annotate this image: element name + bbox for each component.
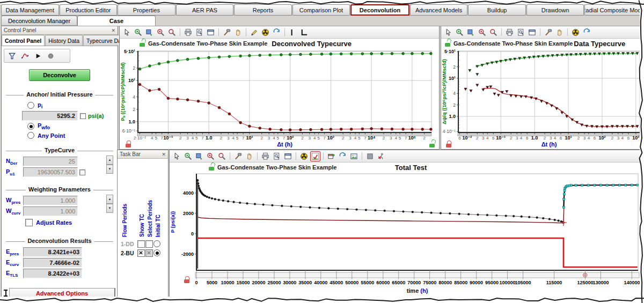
locked-icon[interactable] [125,141,132,148]
pointer-icon[interactable] [122,27,132,38]
spinner-down-icon[interactable]: ▼ [106,165,113,174]
copy-window-icon[interactable] [283,151,293,161]
select-periods-checkbox[interactable] [145,240,153,248]
typecurve-spinner[interactable]: ▲▼ [106,156,113,174]
tab-deconvolution[interactable]: Deconvolution [350,4,409,16]
zoom-in-icon[interactable] [183,151,193,161]
tab-advanced-models[interactable]: Advanced Models [410,4,468,16]
hazard-icon[interactable] [260,27,270,38]
data-typecurve-plot[interactable]: 610⁻²234610⁻¹23461.0234610¹234610²234610… [441,48,642,149]
tab-data-management[interactable]: Data Management [1,4,59,16]
derivative-curve-icon[interactable] [20,51,30,61]
tab-aer-pas[interactable]: AER PAS [176,4,234,16]
zoom-in-icon[interactable] [455,27,465,38]
unlocked-icon[interactable] [208,164,215,171]
unlocked-icon[interactable] [444,40,451,47]
show-tc-checkbox[interactable] [137,240,145,248]
run-abort-icon[interactable] [376,151,386,161]
hand-icon[interactable] [244,151,254,161]
total-test-plot[interactable]: 0500010000150002000025000300003500040000… [170,172,642,297]
zoom-extents-icon[interactable] [488,27,499,38]
zoom-window-icon[interactable] [466,27,476,38]
new-window-icon[interactable] [326,151,336,161]
copy-window-icon[interactable] [206,27,216,38]
pi-radio-row[interactable]: pi [27,101,113,109]
select-periods-checkbox[interactable]: ✕ [145,249,153,257]
spinner-up-icon[interactable]: ▲ [106,156,113,165]
tab-comparison-plot[interactable]: Comparison Plot [292,4,350,16]
pu1-checkbox[interactable] [79,169,85,175]
print-preview-icon[interactable] [516,27,526,38]
spinner-down-icon[interactable]: ▼ [106,204,113,213]
axis-vertical-icon[interactable] [288,27,298,38]
zoom-out-icon[interactable] [156,27,166,38]
tab-reports[interactable]: Reports [234,4,292,16]
print-icon[interactable] [504,27,515,38]
pi-radio[interactable] [27,102,34,109]
axis-step-icon[interactable] [299,27,309,38]
unlocked-icon[interactable] [429,141,436,148]
deconvolved-typecurve-plot[interactable]: 2·10⁻²45710⁻¹234571.02345710¹2345710²234… [120,48,438,149]
show-tc-checkbox[interactable]: ✕ [137,249,145,257]
pwfo-radio-row[interactable]: Pwfo [27,122,113,130]
print-icon[interactable] [183,27,193,38]
locked-icon[interactable] [445,141,452,148]
close-icon[interactable]: ✕ [162,152,166,157]
weighting-spinner[interactable]: ▲▼ [106,195,113,213]
wcurv-field[interactable]: 1.000 [23,206,78,216]
control-panel-tab-control-panel[interactable]: Control Panel [2,35,45,46]
zoom-window-icon[interactable] [144,27,155,38]
pointer-icon[interactable] [172,151,182,161]
print-icon[interactable] [260,151,270,161]
hazard-icon[interactable] [570,27,581,38]
sync-icon[interactable] [338,151,348,161]
close-icon[interactable]: ✕ [111,28,115,33]
adjust-rates-checkbox[interactable] [25,219,33,226]
pointer-icon[interactable] [443,27,453,38]
copy-window-icon[interactable] [527,27,537,38]
zoom-out-icon[interactable] [206,151,216,161]
pan-icon[interactable] [543,27,553,38]
locked-icon[interactable] [184,276,191,284]
print-preview-icon[interactable] [194,27,204,38]
image-export-icon[interactable] [349,151,359,161]
sync-icon[interactable] [582,27,592,38]
deconvolve-button[interactable]: Deconvolve [29,69,90,81]
zoom-extents-icon[interactable] [167,27,177,38]
any-point-radio-row[interactable]: Any Point [27,132,113,139]
pu1-field[interactable]: 19630057.503 [23,167,78,177]
nder-field[interactable]: 25 [23,157,78,166]
spinner-up-icon[interactable]: ▲ [106,195,113,204]
wpres-field[interactable]: 1.000 [23,196,78,205]
initial-tc-radio[interactable] [153,249,160,256]
zoom-out-icon[interactable] [477,27,487,38]
initial-pressure-field[interactable]: 5295.2 [22,111,78,121]
annotate-icon[interactable] [249,27,259,38]
tab-properties[interactable]: Properties [118,4,175,16]
sync-icon[interactable] [272,27,282,38]
zoom-extents-icon[interactable] [217,151,227,161]
plot-toggle-icon[interactable] [310,151,320,161]
hand-icon[interactable] [554,27,565,38]
control-panel-tab-history-data[interactable]: History Data [45,35,83,46]
zoom-window-icon[interactable] [194,151,204,161]
record-icon[interactable] [46,51,56,61]
tab-radial-composite-model[interactable]: Radial Composite Model [584,4,642,16]
pwfo-radio[interactable] [27,123,34,130]
tab-buildup[interactable]: Buildup [468,4,526,16]
hazard-icon[interactable] [299,151,309,161]
solid-square-icon[interactable] [365,151,375,161]
play-icon[interactable] [33,51,43,61]
any-point-radio[interactable] [27,132,34,139]
hand-icon[interactable] [233,27,243,38]
tab-production-editor[interactable]: Production Editor [60,4,118,16]
print-preview-icon[interactable] [272,151,282,161]
pan-icon[interactable] [233,151,243,161]
filter-icon[interactable] [7,51,17,61]
initial-pressure-checkbox[interactable] [80,113,86,119]
tab-case[interactable]: Case [77,16,156,26]
tab-drawdown[interactable]: Drawdown [526,4,584,16]
tab-deconvolution-manager[interactable]: Deconvolution Manager [1,16,77,26]
unlocked-icon[interactable] [139,40,146,47]
pan-icon[interactable] [222,27,232,38]
